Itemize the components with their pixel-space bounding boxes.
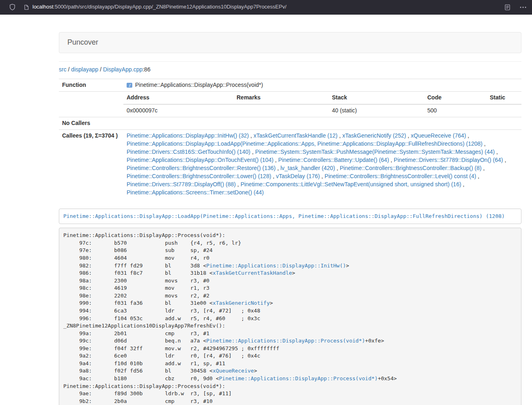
callee-link[interactable]: xTaskGetCurrentTaskHandle (12)	[254, 132, 338, 139]
breadcrumb: src / displayapp / DisplayApp.cpp:86	[59, 66, 521, 74]
callee-link[interactable]: Pinetime::Drivers::Cst816S::GetTouchInfo…	[127, 149, 250, 155]
remarks-value	[233, 104, 329, 117]
no-callers-cell	[123, 117, 521, 129]
disassembly-box: Pinetime::Applications::DisplayApp::Proc…	[59, 228, 521, 405]
stack-value: 40 (static)	[329, 104, 424, 117]
toolbar-actions	[504, 4, 526, 11]
breadcrumb-separator: /	[98, 66, 103, 73]
menu-dots-icon[interactable]	[520, 6, 526, 8]
function-type-icon: f	[127, 83, 132, 88]
stats-values-row: 0x0000097c 40 (static) 500	[123, 104, 521, 117]
callee-link[interactable]: Pinetime::Controllers::Battery::Update()…	[278, 157, 389, 163]
no-callers-label: No Callers	[59, 117, 123, 129]
column-code: Code	[424, 92, 487, 104]
url-host: localhost	[32, 3, 53, 11]
browser-toolbar: localhost:5000/path/src/displayapp/Displ…	[0, 0, 532, 15]
callee-link[interactable]: Pinetime::Controllers::BrightnessControl…	[340, 165, 481, 171]
stats-table: Address Remarks Stack Code Static 0x0000…	[123, 92, 521, 117]
callee-link[interactable]: Pinetime::Applications::Screens::Timer::…	[127, 189, 264, 196]
divider	[59, 61, 521, 62]
function-name-cell: f Pinetime::Applications::DisplayApp::Pr…	[123, 79, 521, 91]
callee-link[interactable]: Pinetime::Components::LittleVgl::SetNewT…	[241, 181, 461, 187]
function-name: Pinetime::Applications::DisplayApp::Proc…	[135, 82, 263, 88]
empty-label-cell	[59, 91, 123, 117]
column-stack: Stack	[329, 92, 424, 104]
column-static: Static	[487, 92, 521, 104]
callee-link[interactable]: Pinetime::Controllers::BrightnessControl…	[127, 173, 271, 179]
selected-symbol-box: Pinetime::Applications::DisplayApp::Load…	[59, 209, 521, 224]
url-bar[interactable]: localhost:5000/path/src/displayapp/Displ…	[24, 3, 286, 11]
selected-symbol-link[interactable]: Pinetime::Applications::DisplayApp::Load…	[63, 213, 505, 219]
address-value: 0x0000097c	[123, 104, 233, 117]
reader-view-icon[interactable]	[504, 4, 510, 11]
breadcrumb-line-number: :86	[142, 66, 150, 73]
stats-header-row: Address Remarks Stack Code Static	[123, 92, 521, 104]
breadcrumb-link-file[interactable]: DisplayApp.cpp	[103, 66, 142, 73]
callee-link[interactable]: lv_task_handler (420)	[280, 165, 335, 171]
app-navbar: Puncover	[59, 32, 521, 53]
shield-icon[interactable]	[9, 4, 15, 11]
url-path: :5000/path/src/displayapp/DisplayApp.cpp…	[53, 3, 286, 11]
static-value	[487, 104, 521, 117]
callee-link[interactable]: Pinetime::System::SystemTask::PushMessag…	[255, 149, 495, 155]
callee-link[interactable]: Pinetime::Controllers::BrightnessControl…	[127, 165, 276, 171]
callee-link[interactable]: xTaskGenericNotify (252)	[342, 132, 406, 139]
symbol-link[interactable]: xTaskGetCurrentTaskHandle	[213, 270, 292, 276]
callee-link[interactable]: Pinetime::Controllers::BrightnessControl…	[325, 173, 476, 179]
breadcrumb-link-displayapp[interactable]: displayapp	[71, 66, 98, 73]
column-address: Address	[123, 92, 233, 104]
function-label: Function	[59, 79, 123, 91]
code-value: 500	[424, 104, 487, 117]
callee-link[interactable]: xQueueReceive (764)	[411, 132, 466, 139]
callees-list: Pinetime::Applications::DisplayApp::Init…	[123, 129, 521, 198]
callee-link[interactable]: Pinetime::Drivers::St7789::DisplayOn() (…	[394, 157, 503, 163]
callees-row: Callees (19, Σ=3704 ) Pinetime::Applicat…	[59, 129, 521, 198]
breadcrumb-link-src[interactable]: src	[59, 66, 67, 73]
column-remarks: Remarks	[233, 92, 329, 104]
breadcrumb-separator: /	[67, 66, 71, 73]
callees-label: Callees (19, Σ=3704 )	[59, 129, 123, 198]
no-callers-row: No Callers	[59, 117, 521, 129]
app-title[interactable]: Puncover	[59, 37, 104, 48]
symbol-link[interactable]: xTaskGenericNotify	[213, 300, 270, 306]
callee-link[interactable]: Pinetime::Applications::DisplayApp::Load…	[127, 140, 482, 147]
stats-table-cell: Address Remarks Stack Code Static 0x0000…	[123, 91, 521, 117]
symbol-link[interactable]: Pinetime::Applications::DisplayApp::Proc…	[219, 375, 378, 381]
callee-link[interactable]: vTaskDelay (176)	[276, 173, 320, 179]
page-content: Puncover src / displayapp / DisplayApp.c…	[59, 32, 521, 405]
callee-link[interactable]: Pinetime::Drivers::St7789::DisplayOff() …	[127, 181, 236, 187]
symbol-link[interactable]: Pinetime::Applications::DisplayApp::Init…	[206, 263, 346, 269]
page-icon	[24, 4, 29, 10]
callee-link[interactable]: Pinetime::Applications::DisplayApp::OnTo…	[127, 157, 274, 163]
symbol-link[interactable]: Pinetime::Applications::DisplayApp::Proc…	[206, 338, 365, 344]
function-table: Function f Pinetime::Applications::Displ…	[59, 79, 521, 199]
callee-link[interactable]: Pinetime::Applications::DisplayApp::Init…	[127, 132, 249, 139]
symbol-link[interactable]: xQueueReceive	[213, 368, 254, 374]
disassembly-code: Pinetime::Applications::DisplayApp::Proc…	[63, 232, 397, 404]
stats-row: Address Remarks Stack Code Static 0x0000…	[59, 91, 521, 117]
function-row: Function f Pinetime::Applications::Displ…	[59, 79, 521, 91]
